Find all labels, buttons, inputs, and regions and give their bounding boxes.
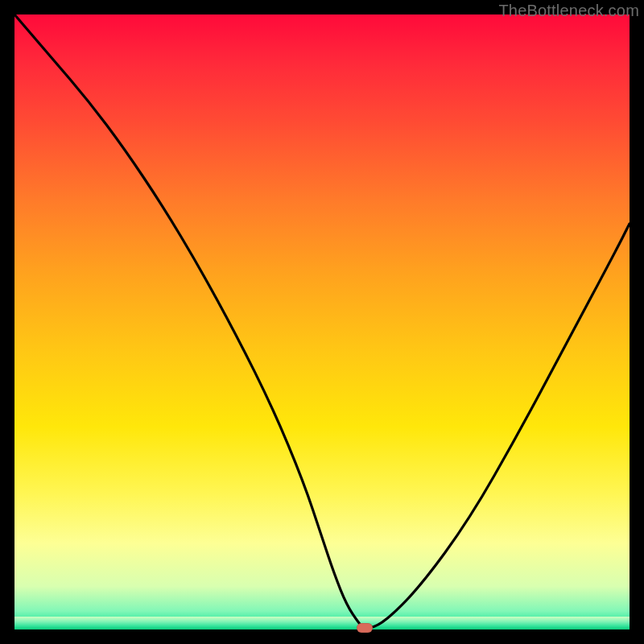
chart-frame: TheBottleneck.com	[0, 0, 644, 644]
bottleneck-curve-path	[14, 14, 630, 628]
watermark-text: TheBottleneck.com	[498, 2, 639, 20]
curve-svg	[14, 14, 630, 630]
minimum-marker	[357, 623, 373, 633]
